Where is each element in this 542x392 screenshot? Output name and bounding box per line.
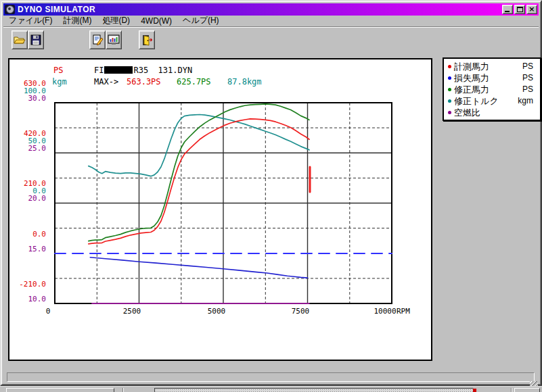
legend-item-measured-power: 計測馬力 PS xyxy=(447,61,540,72)
legend-label: 損失馬力 xyxy=(454,72,489,84)
chart-panel: PS kgm FIR35 131.DYN MAX-> 563.3PS 625.7… xyxy=(8,58,432,361)
taskbar xyxy=(0,386,542,392)
legend-label: 計測馬力 xyxy=(454,61,489,72)
save-floppy-icon xyxy=(30,34,41,45)
task-item-active[interactable] xyxy=(154,388,474,392)
status-bar xyxy=(7,372,535,382)
curve-measured-power xyxy=(89,119,309,244)
display-button[interactable] xyxy=(106,30,122,49)
menu-bar: ファイル(F) 計測(M) 処理(D) 4WD(W) ヘルプ(H) xyxy=(3,16,539,27)
maximize-button[interactable] xyxy=(514,5,525,14)
save-file-button[interactable] xyxy=(28,30,44,49)
legend-item-corrected-power: 修正馬力 PS xyxy=(447,84,540,95)
legend: 計測馬力 PS 損失馬力 PS 修正馬力 PS 修正トルク kgm 空燃比 xyxy=(443,57,541,121)
app-window: DYNO SIMULATOR × ファイル(F) 計測(M) 処理(D) 4WD… xyxy=(0,0,542,386)
monitor-chart-icon xyxy=(108,34,120,45)
close-button[interactable]: × xyxy=(526,5,537,14)
legend-label: 修正馬力 xyxy=(454,84,489,95)
menu-item-4wd[interactable]: 4WD(W) xyxy=(135,16,177,27)
curve-loss-power xyxy=(90,258,307,278)
legend-label: 空燃比 xyxy=(454,107,480,118)
menu-item-process[interactable]: 処理(D) xyxy=(97,14,135,28)
taskbar-separator xyxy=(511,388,512,392)
tray-red-icon[interactable] xyxy=(473,389,476,392)
start-button-sliver[interactable] xyxy=(6,388,114,392)
taskbar-separator xyxy=(122,388,124,392)
plot-area xyxy=(9,59,434,362)
exit-door-icon xyxy=(141,34,152,46)
menu-item-file[interactable]: ファイル(F) xyxy=(3,14,58,28)
curve-corrected-torque xyxy=(89,115,309,176)
legend-unit: kgm xyxy=(518,95,533,107)
legend-unit: PS xyxy=(522,61,533,72)
menu-item-measure[interactable]: 計測(M) xyxy=(58,14,97,28)
legend-item-air-fuel: 空燃比 xyxy=(447,107,540,118)
exit-button[interactable] xyxy=(139,30,155,49)
open-file-button[interactable] xyxy=(12,30,28,49)
legend-bullet xyxy=(448,88,451,91)
maximize-icon xyxy=(517,7,523,12)
document-pencil-icon xyxy=(92,34,104,46)
legend-bullet xyxy=(448,65,451,68)
menu-item-help[interactable]: ヘルプ(H) xyxy=(177,14,225,28)
legend-item-corrected-torque: 修正トルク kgm xyxy=(447,95,540,107)
minimize-icon xyxy=(505,11,510,12)
close-icon: × xyxy=(528,5,535,14)
measure-button[interactable] xyxy=(89,30,106,49)
legend-item-loss-power: 損失馬力 PS xyxy=(447,72,540,84)
legend-label: 修正トルク xyxy=(454,95,499,107)
window-controls: × xyxy=(502,5,537,14)
legend-unit: PS xyxy=(522,72,533,84)
legend-bullet xyxy=(448,99,451,103)
curve-corrected-power xyxy=(89,104,309,241)
plot-grid-solid xyxy=(55,103,392,303)
legend-bullet xyxy=(448,111,451,114)
tray-sliver xyxy=(514,388,540,392)
window-title: DYNO SIMULATOR xyxy=(18,5,95,14)
legend-bullet xyxy=(448,76,451,80)
open-folder-icon xyxy=(14,34,26,45)
app-icon[interactable] xyxy=(5,5,15,14)
legend-unit: PS xyxy=(522,84,533,95)
minimize-button[interactable] xyxy=(502,5,513,14)
toolbar xyxy=(3,28,539,51)
